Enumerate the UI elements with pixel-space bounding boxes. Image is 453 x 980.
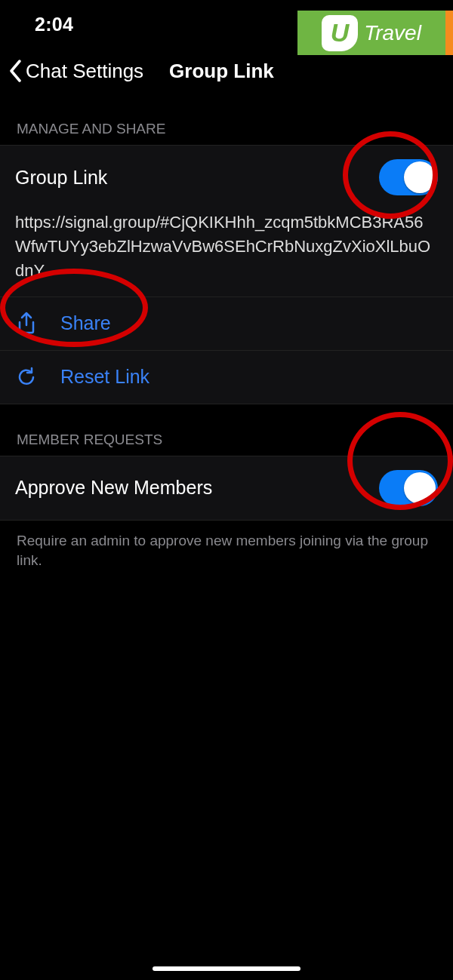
group-link-cell: Group Link https://signal.group/#CjQKIKH… [0, 145, 453, 297]
approve-label: Approve New Members [15, 477, 212, 499]
back-label: Chat Settings [26, 60, 143, 83]
reset-icon [15, 366, 38, 389]
back-button[interactable]: Chat Settings [6, 56, 143, 86]
approve-members-toggle[interactable] [379, 470, 438, 506]
reset-link-label: Reset Link [60, 366, 149, 388]
approve-members-cell: Approve New Members [0, 456, 453, 521]
section-header-manage: MANAGE AND SHARE [0, 94, 453, 145]
status-time: 2:04 [35, 14, 73, 35]
share-button[interactable]: Share [0, 297, 453, 351]
page-title: Group Link [169, 60, 274, 83]
nav-header: Chat Settings Group Link [0, 48, 453, 94]
share-icon [15, 312, 38, 335]
watermark-u-icon: U [322, 15, 358, 51]
home-indicator [153, 966, 300, 971]
chevron-left-icon [6, 56, 24, 86]
approve-footer-note: Require an admin to approve new members … [0, 521, 453, 582]
group-link-toggle[interactable] [379, 159, 438, 195]
watermark-text: Travel [364, 21, 421, 45]
section-header-requests: MEMBER REQUESTS [0, 404, 453, 456]
reset-link-button[interactable]: Reset Link [0, 351, 453, 404]
share-label: Share [60, 312, 111, 334]
group-link-label: Group Link [15, 167, 107, 189]
group-link-url[interactable]: https://signal.group/#CjQKIKHhh_zcqm5tbk… [15, 195, 438, 283]
watermark: U Travel [297, 11, 453, 55]
